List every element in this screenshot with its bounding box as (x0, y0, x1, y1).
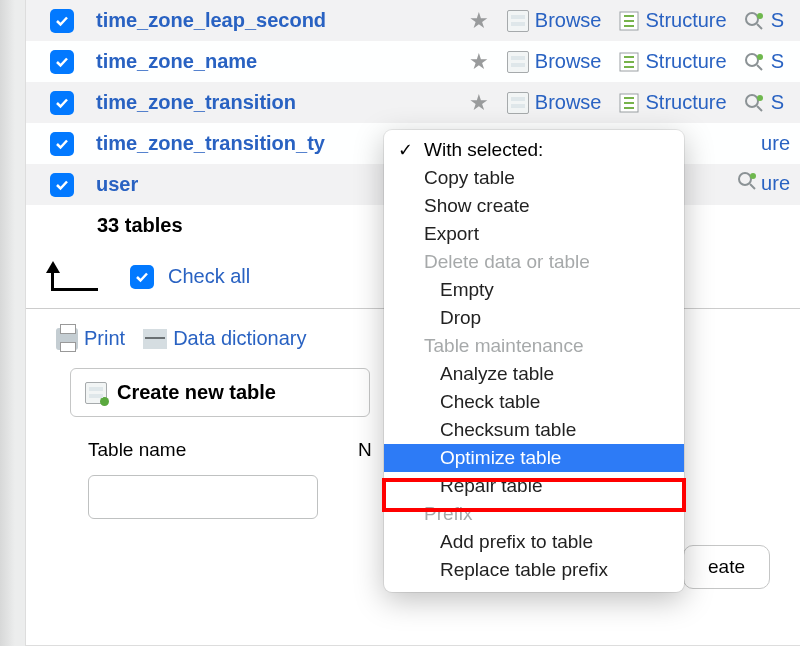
data-dictionary-link[interactable]: Data dictionary (143, 327, 306, 350)
search-link[interactable]: S (743, 9, 784, 32)
annotation-highlight (382, 478, 686, 512)
menu-header: With selected: (384, 136, 684, 164)
check-all-checkbox[interactable] (130, 265, 154, 289)
create-submit-button[interactable]: eate (683, 545, 770, 589)
svg-point-10 (750, 173, 756, 179)
svg-point-1 (746, 13, 758, 25)
svg-point-8 (757, 95, 763, 101)
table-name-input[interactable] (88, 475, 318, 519)
search-icon (743, 92, 765, 114)
table-row[interactable]: time_zone_name ★ Browse Structure S (26, 41, 800, 82)
printer-icon (56, 328, 78, 350)
structure-icon (618, 51, 640, 73)
menu-copy-table[interactable]: Copy table (384, 164, 684, 192)
structure-link[interactable]: Structure (618, 9, 727, 32)
search-link[interactable]: S (743, 50, 784, 73)
menu-checksum-table[interactable]: Checksum table (384, 416, 684, 444)
structure-link-partial: ure (761, 172, 790, 195)
menu-add-prefix[interactable]: Add prefix to table (384, 528, 684, 556)
menu-optimize-table[interactable]: Optimize table (384, 444, 684, 472)
row-checkbox[interactable] (50, 132, 74, 156)
favorite-icon[interactable]: ★ (469, 8, 489, 34)
row-checkbox[interactable] (50, 9, 74, 33)
with-selected-menu: With selected: Copy table Show create Ex… (384, 130, 684, 592)
search-icon (743, 51, 765, 73)
menu-show-create[interactable]: Show create (384, 192, 684, 220)
check-all-label[interactable]: Check all (168, 265, 250, 288)
search-icon (736, 170, 758, 192)
structure-link[interactable]: Structure (618, 91, 727, 114)
browse-link[interactable]: Browse (507, 9, 602, 32)
browse-icon (507, 92, 529, 114)
row-checkbox[interactable] (50, 173, 74, 197)
favorite-icon[interactable]: ★ (469, 90, 489, 116)
database-tables-panel: time_zone_leap_second ★ Browse Structure… (25, 0, 800, 646)
structure-link[interactable]: Structure (618, 50, 727, 73)
search-link[interactable]: S (743, 91, 784, 114)
structure-icon (618, 10, 640, 32)
favorite-icon[interactable]: ★ (469, 49, 489, 75)
menu-export[interactable]: Export (384, 220, 684, 248)
table-row[interactable]: time_zone_transition ★ Browse Structure … (26, 82, 800, 123)
table-icon (85, 382, 107, 404)
browse-link[interactable]: Browse (507, 50, 602, 73)
select-arrow-icon (42, 257, 106, 297)
menu-check-table[interactable]: Check table (384, 388, 684, 416)
browse-icon (507, 10, 529, 32)
dictionary-icon (143, 329, 167, 349)
menu-drop[interactable]: Drop (384, 304, 684, 332)
search-icon (743, 10, 765, 32)
table-name-link[interactable]: time_zone_transition (96, 91, 296, 114)
table-name-link[interactable]: time_zone_name (96, 50, 257, 73)
structure-link-partial: ure (761, 132, 790, 155)
table-row[interactable]: time_zone_leap_second ★ Browse Structure… (26, 0, 800, 41)
num-columns-label: N (358, 439, 372, 461)
table-name-link[interactable]: time_zone_transition_ty (96, 132, 325, 155)
table-name-link[interactable]: time_zone_leap_second (96, 9, 326, 32)
svg-point-7 (746, 95, 758, 107)
structure-icon (618, 92, 640, 114)
menu-empty[interactable]: Empty (384, 276, 684, 304)
table-name-link[interactable]: user (96, 173, 138, 196)
row-checkbox[interactable] (50, 50, 74, 74)
svg-point-4 (746, 54, 758, 66)
menu-replace-prefix[interactable]: Replace table prefix (384, 556, 684, 584)
browse-icon (507, 51, 529, 73)
menu-group-maintenance: Table maintenance (384, 332, 684, 360)
svg-point-2 (757, 13, 763, 19)
browse-link[interactable]: Browse (507, 91, 602, 114)
menu-analyze-table[interactable]: Analyze table (384, 360, 684, 388)
row-checkbox[interactable] (50, 91, 74, 115)
print-link[interactable]: Print (56, 327, 125, 350)
svg-point-5 (757, 54, 763, 60)
menu-group-delete: Delete data or table (384, 248, 684, 276)
table-name-label: Table name (88, 439, 318, 461)
create-table-heading: Create new table (70, 368, 370, 417)
svg-point-9 (739, 173, 751, 185)
